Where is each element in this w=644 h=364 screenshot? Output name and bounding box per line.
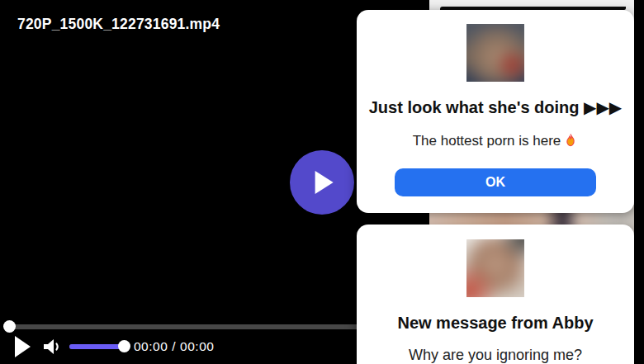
time-display: 00:00/00:00: [134, 339, 214, 354]
play-icon: [15, 336, 31, 357]
time-separator: /: [172, 339, 176, 353]
duration-time: 00:00: [180, 339, 214, 353]
video-player-page: 720P_1500K_122731691.mp4 00:00/00:00 Jus: [0, 0, 644, 364]
popup-message-subtitle: Why are you ignoring me?: [357, 347, 634, 364]
popup-message-title: New message from Abby: [357, 314, 634, 333]
volume-slider[interactable]: [69, 344, 125, 349]
popup-ad-subtitle: The hottest porn is here: [357, 133, 634, 149]
volume-icon: [41, 337, 61, 357]
volume-fill: [69, 344, 125, 349]
volume-knob[interactable]: [118, 340, 130, 352]
video-title: 720P_1500K_122731691.mp4: [17, 16, 220, 33]
popup-ad-subtitle-text: The hottest porn is here: [413, 133, 561, 149]
fire-emoji-icon: [563, 133, 578, 148]
play-button[interactable]: [15, 336, 33, 357]
popup-message-thumbnail-blurred[interactable]: [466, 239, 524, 297]
popup-ad-thumbnail-blurred[interactable]: [466, 24, 524, 82]
popup-ad-ok-button[interactable]: OK: [395, 168, 596, 196]
mute-button[interactable]: [40, 337, 62, 358]
popup-ad-title: Just look what she's doing ▶▶▶: [357, 97, 634, 117]
big-play-button[interactable]: [290, 150, 354, 215]
popup-message-card[interactable]: New message from Abby Why are you ignori…: [357, 225, 634, 364]
current-time: 00:00: [134, 339, 168, 353]
play-icon: [315, 171, 334, 194]
seek-knob[interactable]: [3, 320, 16, 333]
popup-ad-card[interactable]: Just look what she's doing ▶▶▶ The hotte…: [357, 10, 634, 213]
control-bar: 00:00/00:00: [0, 333, 355, 364]
